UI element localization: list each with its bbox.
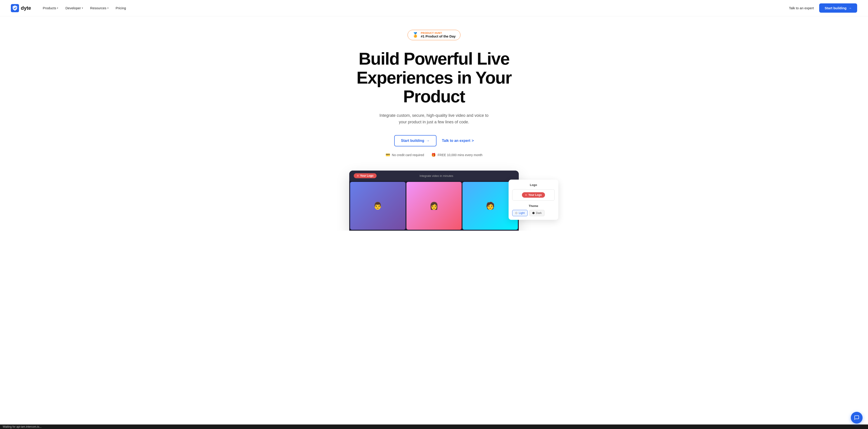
products-chevron-icon: ▾ [57, 7, 58, 9]
settings-logo-pill: Your Logo [522, 192, 545, 198]
resources-chevron-icon: ▾ [107, 7, 108, 9]
logo-text: dyte [21, 5, 31, 11]
hero-title: Build Powerful Live Experiences in Your … [332, 49, 536, 106]
nav-right: Talk to an expert Start building → [789, 3, 857, 13]
demo-integrate-label: Integrate video in minutes [420, 174, 453, 177]
settings-logo-title: Logo [512, 183, 555, 187]
nav-start-building-button[interactable]: Start building → [819, 3, 857, 13]
hero-title-line1: Build Powerful Live [359, 49, 509, 68]
navigation: dyte Products ▾ Developer ▾ Resources ▾ … [0, 0, 868, 16]
hero-talk-expert-link[interactable]: Talk to an expert > [442, 139, 474, 143]
hero-start-building-button[interactable]: Start building → [394, 135, 436, 146]
nav-resources-label: Resources [90, 6, 106, 10]
hero-perks: 💳 No credit card required 🎁 FREE 10,000 … [385, 153, 483, 157]
theme-option-light[interactable]: Light [512, 210, 528, 216]
dark-theme-label: Dark [536, 211, 541, 214]
settings-logo-label: Your Logo [528, 193, 541, 197]
nav-item-developer[interactable]: Developer ▾ [63, 4, 86, 12]
hero-talk-expert-label: Talk to an expert [442, 139, 470, 143]
settings-logo-dot [525, 194, 527, 196]
logo[interactable]: dyte [11, 4, 31, 12]
dark-theme-dot [532, 212, 535, 214]
developer-chevron-icon: ▾ [82, 7, 83, 9]
nav-left: dyte Products ▾ Developer ▾ Resources ▾ … [11, 4, 129, 12]
badge-text-group: PRODUCT HUNT #1 Product of the Day [421, 32, 456, 38]
demo-logo-label: Your Logo [360, 174, 373, 177]
badge-eyebrow: PRODUCT HUNT [421, 32, 456, 34]
person-2: 👩 [406, 182, 462, 230]
video-tile-2: 👩 [406, 182, 462, 230]
nav-products-label: Products [43, 6, 56, 10]
perk-no-credit-card: 💳 No credit card required [385, 153, 424, 157]
person-1: 👨 [350, 182, 405, 230]
nav-items: Products ▾ Developer ▾ Resources ▾ Prici… [40, 4, 129, 12]
perk-free-mins: 🎁 FREE 10,000 mins every month [431, 153, 483, 157]
settings-theme-title: Theme [512, 204, 555, 208]
badge-main-text: #1 Product of the Day [421, 34, 456, 38]
nav-developer-label: Developer [65, 6, 81, 10]
hero-start-building-label: Start building [401, 139, 424, 143]
perk-no-credit-card-text: No credit card required [392, 153, 424, 157]
nav-item-resources[interactable]: Resources ▾ [88, 4, 111, 12]
demo-header: Your Logo Integrate video in minutes [349, 171, 519, 181]
nav-item-products[interactable]: Products ▾ [40, 4, 61, 12]
dyte-logo-icon [11, 4, 19, 12]
theme-option-dark[interactable]: Dark [529, 210, 545, 216]
demo-video-grid: 👨 👩 🧑 [349, 181, 519, 231]
nav-pricing-label: Pricing [116, 6, 126, 10]
credit-card-icon: 💳 [385, 153, 390, 157]
hero-title-line2: Experiences in Your Product [356, 68, 512, 106]
settings-logo-preview: Your Logo [512, 189, 555, 201]
demo-logo-pill: Your Logo [354, 173, 377, 178]
hero-buttons: Start building → Talk to an expert > [394, 135, 474, 146]
settings-panel: Logo Your Logo Theme Light Dark [508, 179, 558, 220]
nav-talk-expert-link[interactable]: Talk to an expert [789, 6, 814, 10]
perk-free-mins-text: FREE 10,000 mins every month [438, 153, 483, 157]
nav-start-building-arrow: → [848, 6, 852, 10]
settings-theme-section: Theme Light Dark [512, 204, 555, 216]
gift-icon: 🎁 [431, 153, 436, 157]
theme-options: Light Dark [512, 210, 555, 216]
demo-window: Your Logo Integrate video in minutes 👨 👩… [349, 171, 519, 231]
badge-medal-icon: 🏅 [412, 32, 418, 38]
nav-item-pricing[interactable]: Pricing [113, 4, 129, 12]
demo-logo-dot [357, 175, 359, 177]
video-tile-1: 👨 [350, 182, 405, 230]
light-theme-dot [515, 212, 518, 214]
hero-talk-expert-arrow: > [472, 139, 474, 143]
demo-preview: Your Logo Integrate video in minutes 👨 👩… [310, 171, 558, 231]
nav-start-building-label: Start building [825, 6, 846, 10]
hero-start-building-arrow: → [426, 139, 430, 143]
product-hunt-badge: 🏅 PRODUCT HUNT #1 Product of the Day [408, 30, 460, 40]
hero-section: 🏅 PRODUCT HUNT #1 Product of the Day Bui… [0, 16, 868, 231]
light-theme-label: Light [519, 211, 525, 214]
hero-subtitle: Integrate custom, secure, high-quality l… [375, 112, 493, 125]
